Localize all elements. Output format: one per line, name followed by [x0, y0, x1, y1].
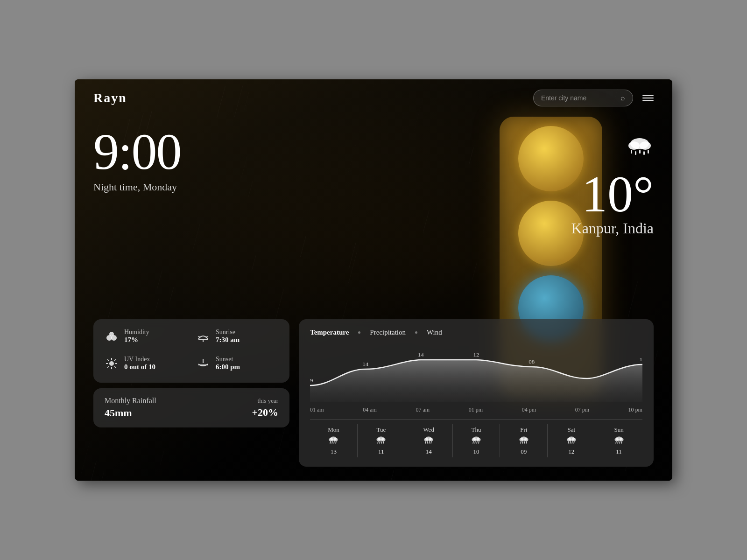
day-weather-icon: [566, 435, 577, 446]
chart-area: 09 14 14 12 08 13 01 am 04 am 07 am 01 p…: [310, 346, 642, 416]
sunset-value: 6:00 pm: [216, 363, 240, 371]
day-temp: 10: [473, 448, 479, 455]
svg-point-10: [109, 332, 114, 336]
city-search-input[interactable]: [541, 94, 616, 102]
time-label-01pm: 01 pm: [469, 406, 483, 413]
rainfall-change: +20%: [252, 406, 278, 419]
svg-line-43: [425, 441, 426, 443]
day-temp: 13: [331, 448, 337, 455]
uv-value: 0 out of 10: [124, 363, 155, 371]
svg-point-35: [381, 438, 386, 441]
sunset-item: Sunset 6:00 pm: [196, 356, 278, 373]
day-name: Mon: [328, 426, 339, 434]
sunrise-text: Sunrise 7:30 am: [216, 329, 240, 344]
svg-point-1: [628, 141, 640, 150]
chart-label-1: 14: [362, 361, 368, 367]
search-icon: ⌕: [620, 94, 625, 102]
tab-temperature[interactable]: Temperature: [310, 329, 349, 336]
svg-line-38: [381, 441, 382, 443]
temperature-chart: 09 14 14 12 08 13: [310, 346, 642, 402]
weather-icon-large: [626, 135, 654, 164]
search-button[interactable]: ⌕: [620, 94, 625, 102]
screen: Rayn ⌕ 9:00 Night time, Monday: [75, 79, 672, 481]
day-weather-icon: [376, 435, 386, 446]
header: Rayn ⌕: [75, 79, 672, 117]
header-right: ⌕: [533, 90, 654, 106]
rainfall-value: 45mm: [105, 407, 156, 419]
svg-line-66: [572, 441, 572, 443]
day-item-tue: Tue 11: [358, 424, 405, 457]
bottom-section: Humidity 17%: [93, 319, 654, 467]
svg-point-27: [329, 438, 333, 441]
day-weather-icon: [423, 435, 434, 446]
day-temp: 09: [521, 448, 527, 455]
chart-label-0: 09: [310, 378, 313, 384]
time-label-04am: 04 am: [363, 406, 377, 413]
svg-rect-4: [635, 151, 636, 155]
sunset-icon: [196, 357, 210, 373]
day-name: Wed: [423, 426, 434, 434]
svg-line-45: [429, 441, 430, 443]
humidity-label: Humidity: [124, 329, 149, 336]
svg-line-37: [380, 441, 380, 443]
day-weather-icon: [471, 435, 481, 446]
svg-line-31: [334, 441, 334, 443]
svg-point-2: [640, 141, 651, 150]
time-label-04pm: 04 pm: [522, 406, 536, 413]
svg-line-65: [570, 441, 571, 443]
day-name: Sat: [567, 426, 575, 434]
day-item-mon: Mon 13: [310, 424, 358, 457]
time-label-10pm: 10 pm: [628, 406, 642, 413]
dot-1: [358, 331, 360, 334]
menu-line-3: [642, 100, 654, 101]
rainfall-period: this year: [252, 397, 278, 405]
menu-button[interactable]: [642, 95, 654, 101]
sunset-label: Sunset: [216, 356, 240, 363]
humidity-text: Humidity 17%: [124, 329, 149, 344]
svg-line-29: [330, 441, 331, 443]
day-name: Tue: [376, 426, 386, 434]
svg-line-64: [568, 441, 569, 443]
chart-label-2: 14: [418, 352, 424, 358]
svg-point-69: [614, 438, 619, 441]
svg-line-74: [621, 441, 622, 443]
day-name: Sun: [614, 426, 623, 434]
svg-line-14: [206, 336, 208, 337]
humidity-icon: [105, 329, 119, 346]
app-logo: Rayn: [93, 91, 127, 105]
svg-line-22: [114, 359, 116, 361]
menu-line-2: [642, 98, 654, 98]
time-label-07pm: 07 pm: [575, 406, 589, 413]
svg-line-72: [618, 441, 618, 443]
day-item-thu: Thu 10: [453, 424, 500, 457]
svg-line-60: [526, 441, 527, 443]
weather-info-panel: Humidity 17%: [93, 319, 289, 383]
svg-line-73: [620, 441, 620, 443]
svg-line-23: [107, 366, 109, 368]
svg-line-20: [107, 359, 109, 361]
svg-rect-7: [648, 150, 649, 154]
tab-wind[interactable]: Wind: [427, 329, 442, 336]
main-content: 9:00 Night time, Monday: [75, 117, 672, 481]
uv-text: UV Index 0 out of 10: [124, 356, 155, 371]
day-temp: 12: [568, 448, 574, 455]
tab-precipitation[interactable]: Precipitation: [370, 329, 406, 336]
sunrise-icon: [196, 329, 210, 346]
chart-label-4: 08: [529, 359, 535, 365]
day-name: Thu: [472, 426, 481, 434]
sunset-text: Sunset 6:00 pm: [216, 356, 240, 371]
day-item-sat: Sat 12: [548, 424, 595, 457]
svg-point-49: [477, 438, 481, 441]
svg-line-71: [616, 441, 616, 443]
svg-rect-6: [643, 151, 645, 155]
svg-line-46: [431, 441, 431, 443]
svg-line-51: [475, 441, 475, 443]
svg-rect-3: [631, 150, 632, 154]
svg-point-34: [377, 438, 381, 441]
svg-point-42: [429, 438, 433, 441]
time-label-01am: 01 am: [310, 406, 324, 413]
chart-tabs: Temperature Precipitation Wind: [310, 329, 642, 336]
rainfall-right: this year +20%: [252, 397, 278, 419]
svg-point-41: [424, 438, 429, 441]
rainfall-left: Monthly Rainfall 45mm: [105, 397, 156, 419]
